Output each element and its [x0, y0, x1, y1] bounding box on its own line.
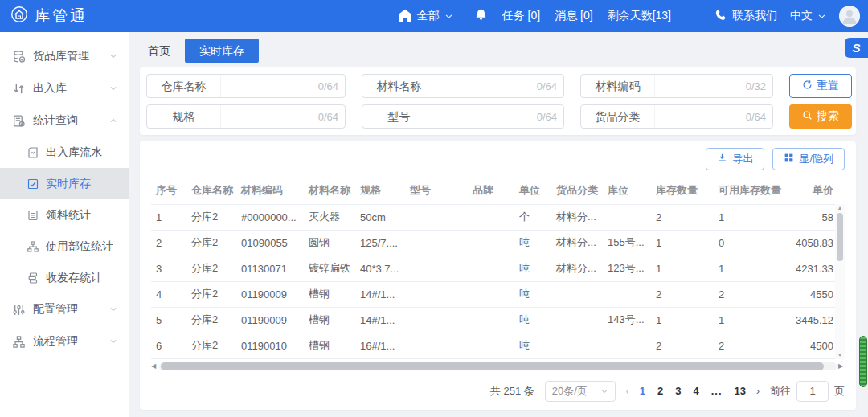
table-cell: 6 [151, 333, 186, 358]
table-cell: 4 [151, 281, 186, 307]
material-code-input[interactable] [655, 76, 746, 96]
table-cell [468, 307, 514, 333]
pagination-pages: 1234...13 [640, 385, 746, 397]
model-input[interactable] [436, 106, 537, 127]
table-row[interactable]: 6分库201190010槽钢16#/1...吨224500 [151, 333, 835, 358]
warehouse-name-input[interactable] [221, 76, 318, 96]
sidebar-subitem-realtime-inventory[interactable]: 实时库存 [0, 168, 129, 199]
char-counter: 0/64 [318, 80, 345, 92]
table-cell [405, 307, 468, 333]
reset-button[interactable]: 重置 [789, 74, 852, 98]
scroll-right-arrow-icon[interactable]: ▶ [838, 362, 845, 371]
field-spec: 规格 0/64 [146, 104, 346, 129]
table-body: 1分库2#0000000...灭火器50cm个材料分...21582分库2010… [151, 204, 835, 358]
sidebar-item-in-out-warehouse[interactable]: 出入库 [0, 72, 129, 104]
table-cell [405, 256, 468, 281]
column-header: 仓库名称 [186, 177, 236, 204]
page-size-select[interactable]: 20条/页 [545, 381, 616, 402]
table-cell [468, 204, 514, 230]
table-cell [405, 204, 468, 230]
table-row[interactable]: 5分库201190009槽钢14#/1...吨143号...113445.12 [151, 307, 835, 333]
horizontal-scrollbar-track [159, 362, 837, 370]
avatar[interactable] [839, 6, 860, 27]
search-button[interactable]: 搜索 [789, 104, 852, 129]
export-button[interactable]: 导出 [706, 148, 764, 170]
messages-link[interactable]: 消息 [0] [555, 9, 592, 23]
tab-home[interactable]: 首页 [138, 39, 180, 63]
next-page-button[interactable]: › [756, 386, 760, 397]
sidebar-item-workflow[interactable]: 流程管理 [0, 325, 129, 358]
page-number[interactable]: 3 [675, 385, 681, 397]
table-cell: 58 [791, 204, 835, 230]
table-cell [551, 281, 603, 307]
language-selector[interactable]: 中文 [790, 9, 826, 23]
table-cell: 01190010 [236, 333, 304, 358]
table-cell: 材料分... [551, 204, 603, 230]
sidebar-item-label: 统计查询 [33, 113, 78, 128]
sidebar-item-goods-warehouse[interactable]: 货品库管理 [0, 40, 129, 72]
field-label: 材料名称 [362, 75, 436, 97]
field-warehouse-name: 仓库名称 0/64 [146, 74, 346, 98]
prev-page-button[interactable]: ‹ [626, 386, 629, 397]
chevron-down-icon [109, 305, 117, 313]
table-cell: 2 [651, 281, 714, 307]
horizontal-scrollbar-thumb[interactable] [161, 362, 824, 370]
tab-realtime-inventory[interactable]: 实时库存 [185, 39, 259, 63]
goods-category-input[interactable] [655, 106, 746, 127]
spec-input[interactable] [221, 106, 318, 127]
table-row[interactable]: 2分库201090055圆钢125/7....吨材料分...155号...104… [151, 230, 835, 256]
show-hide-columns-button[interactable]: 显/隐列 [772, 148, 845, 170]
page-number[interactable]: 1 [640, 385, 645, 397]
scroll-left-arrow-icon[interactable]: ◀ [151, 362, 158, 371]
table-cell: 143号... [603, 307, 651, 333]
field-label: 型号 [362, 105, 436, 128]
table-cell: 分库2 [186, 256, 236, 281]
table-row[interactable]: 3分库201130071镀锌扁铁40*3.7...吨材料分...123号...1… [151, 256, 835, 281]
sidebar-item-configuration[interactable]: 配置管理 [0, 293, 129, 325]
table-cell: 材料分... [551, 256, 603, 281]
floating-widget-button[interactable]: S [845, 38, 868, 58]
table-row[interactable]: 4分库201190009槽钢14#/1...吨224550 [151, 281, 835, 307]
contact-link[interactable]: 联系我们 [714, 9, 777, 24]
app-window: 库管通 全部 任务 [0] 消息 [0] 剩余天数[13] [0, 0, 868, 417]
notification-bell-icon[interactable] [474, 8, 488, 24]
sidebar-subitem-inout-flow[interactable]: 出入库流水 [0, 137, 129, 168]
language-label: 中文 [790, 9, 813, 23]
pagination: 共 251 条 20条/页 ‹ 1234...13 › 前往 页 [151, 381, 845, 402]
column-header: 序号 [151, 177, 186, 204]
char-counter: 0/64 [537, 80, 563, 92]
sidebar-subitem-usage-location-stats[interactable]: 使用部位统计 [0, 231, 129, 262]
refresh-icon [802, 80, 813, 92]
logo-text: 库管通 [35, 6, 88, 27]
sidebar-subitem-label: 出入库流水 [46, 145, 102, 160]
column-header: 单价 [791, 177, 835, 204]
database-icon [12, 50, 26, 63]
goto-page-input[interactable] [796, 381, 829, 402]
scroll-down-arrow-icon[interactable]: ▼ [837, 351, 843, 359]
inventory-table-panel: 导出 显/隐列 序号仓库名称材料编码材料名称规格型号品牌单位货品分 [140, 141, 856, 410]
table-wrapper: 序号仓库名称材料编码材料名称规格型号品牌单位货品分类库位库存数量可用库存数量单价… [151, 177, 845, 359]
table-cell: 01130071 [236, 256, 304, 281]
scroll-up-arrow-icon[interactable]: ▲ [837, 204, 843, 212]
table-cell: 01090055 [236, 230, 304, 256]
sidebar-item-statistics-query[interactable]: 统计查询 [0, 104, 129, 137]
material-name-input[interactable] [436, 76, 537, 96]
page-number[interactable]: 4 [693, 385, 698, 397]
page-number[interactable]: 2 [657, 385, 663, 397]
table-cell: 01190009 [236, 281, 304, 307]
chevron-down-icon [109, 337, 117, 345]
page-number[interactable]: 13 [735, 385, 746, 397]
scope-selector[interactable]: 全部 [398, 8, 453, 25]
vertical-scrollbar-thumb[interactable] [837, 213, 843, 261]
org-chart-icon [27, 240, 39, 253]
logo-link[interactable]: 库管通 [10, 5, 88, 28]
sidebar-subitem-receive-dispatch-stats[interactable]: 收发存统计 [0, 262, 129, 293]
sidebar-subitem-material-stats[interactable]: 领料统计 [0, 199, 129, 231]
total-count-label: 共 251 条 [490, 384, 534, 399]
table-cell: 个 [514, 204, 551, 230]
char-counter: 0/32 [746, 80, 772, 92]
table-row[interactable]: 1分库2#0000000...灭火器50cm个材料分...2158 [151, 204, 835, 230]
page-scrollbar-thumb[interactable] [859, 336, 867, 387]
page-ellipsis: ... [711, 385, 723, 397]
tasks-link[interactable]: 任务 [0] [502, 9, 540, 23]
